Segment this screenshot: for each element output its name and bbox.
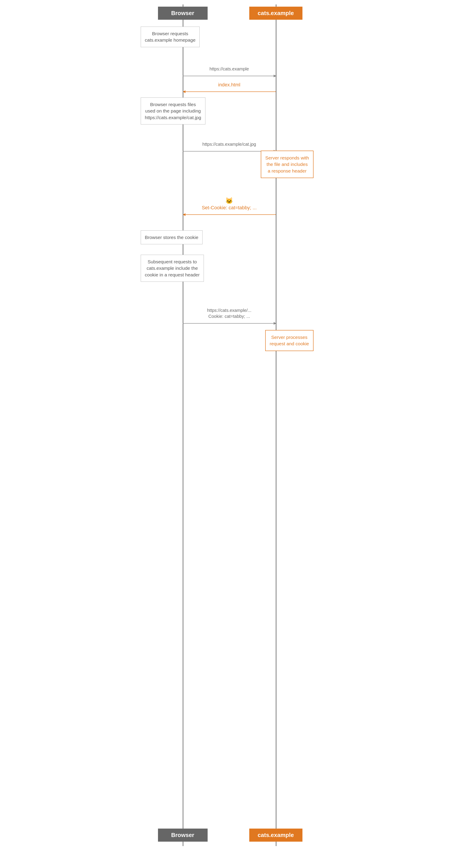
arrow-set-cookie: 🐱 Set-Cookie: cat=tabby; ... xyxy=(183,197,276,218)
actor-browser-bottom-label: Browser xyxy=(171,832,194,838)
arrow-response-index-svg xyxy=(183,88,276,95)
arrow-subsequent-request-label1: https://cats.example/... xyxy=(183,308,276,313)
note-browser-requests-homepage: Browser requestscats.example homepage xyxy=(141,27,200,47)
note-browser-stores-cookie: Browser stores the cookie xyxy=(141,230,203,244)
arrow-request-cat-jpg-label: https://cats.example/cat.jpg xyxy=(183,142,276,147)
svg-marker-7 xyxy=(183,213,185,216)
arrow-subsequent-request-svg xyxy=(183,320,276,327)
svg-marker-1 xyxy=(274,75,276,77)
arrow-request-homepage-svg xyxy=(183,72,276,80)
arrow-set-cookie-svg xyxy=(183,211,276,218)
note-subsequent-requests-text: Subsequent requests tocats.example inclu… xyxy=(145,259,200,277)
actor-server-bottom: cats.example xyxy=(249,829,302,842)
arrow-subsequent-request-label2: Cookie: cat=tabby; ... xyxy=(183,314,276,319)
note-browser-requests-files-text: Browser requests filesused on the page i… xyxy=(145,102,201,120)
note-browser-stores-cookie-text: Browser stores the cookie xyxy=(145,235,199,240)
note-subsequent-requests: Subsequent requests tocats.example inclu… xyxy=(141,255,204,282)
actor-server-top-label: cats.example xyxy=(258,10,294,17)
svg-marker-9 xyxy=(274,322,276,325)
note-browser-requests-homepage-text: Browser requestscats.example homepage xyxy=(145,31,195,42)
lifeline-server xyxy=(276,4,276,846)
set-cookie-emoji: 🐱 xyxy=(183,197,276,205)
actor-browser-top: Browser xyxy=(158,7,208,20)
actor-server-bottom-label: cats.example xyxy=(258,832,294,838)
actor-server-top: cats.example xyxy=(249,7,302,20)
arrow-response-index-label: index.html xyxy=(183,82,276,88)
set-cookie-label: Set-Cookie: cat=tabby; ... xyxy=(183,205,276,211)
actor-browser-top-label: Browser xyxy=(171,10,194,17)
note-server-responds: Server responds withthe file and include… xyxy=(261,151,313,178)
note-browser-requests-files: Browser requests filesused on the page i… xyxy=(141,97,205,124)
note-server-processes: Server processesrequest and cookie xyxy=(265,330,313,351)
arrow-response-index: index.html xyxy=(183,82,276,95)
note-server-responds-text: Server responds withthe file and include… xyxy=(265,155,309,174)
arrow-subsequent-request: https://cats.example/... Cookie: cat=tab… xyxy=(183,308,276,327)
note-server-processes-text: Server processesrequest and cookie xyxy=(270,335,309,346)
lifeline-browser xyxy=(183,4,183,846)
svg-marker-3 xyxy=(183,90,185,93)
arrow-request-homepage: https://cats.example xyxy=(183,66,276,80)
actor-browser-bottom: Browser xyxy=(158,829,208,842)
arrow-request-homepage-label: https://cats.example xyxy=(183,66,276,71)
sequence-diagram: Browser cats.example Browser requestscat… xyxy=(139,4,316,846)
